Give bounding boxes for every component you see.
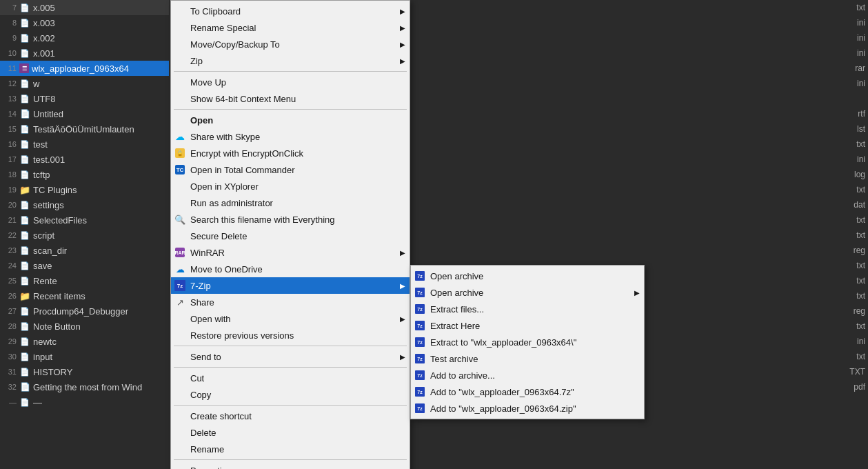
submenu-item[interactable]: 7zAdd to "wlx_apploader_0963x64.zip" [411,400,644,417]
file-row[interactable]: 9📄x.002 [0,30,169,46]
menu-item[interactable]: Restore previous versions [171,327,410,343]
file-row[interactable]: 10📄x.001 [0,46,169,61]
row-number: 27 [3,307,17,315]
7zip-submenu-icon: 7z [414,286,426,299]
menu-item-label: Open [190,115,404,126]
file-icon: 📄 [19,214,30,226]
menu-item[interactable]: TCOpen in Total Commander [171,161,410,178]
file-row[interactable]: 32📄Getting the most from Wind [0,379,169,395]
file-name: SelectedFiles [33,215,166,226]
row-number: 10 [3,49,17,57]
submenu-item[interactable]: 7zAdd to archive... [411,367,644,383]
menu-item-label: Zip [190,56,404,66]
file-row[interactable]: 7📄x.005 [0,0,169,15]
file-icon: 📄 [19,93,30,104]
file-row[interactable]: 24📄save [0,258,169,273]
menu-item[interactable]: 7z7-Zip [171,277,410,294]
file-row[interactable]: 20📄settings [0,197,169,212]
file-extension: lst [857,121,865,137]
menu-item[interactable]: Rename Special [171,19,410,36]
menu-item[interactable]: Secure Delete [171,228,410,244]
menu-item[interactable]: ☁Move to OneDrive [171,261,410,277]
file-row[interactable]: 18📄tcftp [0,167,169,182]
menu-item[interactable]: Open in XYplorer [171,178,410,194]
submenu-item[interactable]: 7zOpen archive [411,268,644,284]
file-row[interactable]: 8📄x.003 [0,15,169,30]
submenu-item[interactable]: 7zAdd to "wlx_apploader_0963x64.7z" [411,383,644,400]
file-icon: 📄 [19,48,30,59]
file-row[interactable]: 16📄test [0,137,169,152]
file-extension: txt [856,228,865,243]
menu-item-label: Open in XYplorer [190,181,404,192]
file-row[interactable]: 17📄test.001 [0,152,169,167]
menu-item[interactable]: Run as administrator [171,194,410,211]
file-row[interactable]: 23📄scan_dir [0,243,169,258]
menu-item[interactable]: Show 64-bit Context Menu [171,90,410,107]
submenu-item[interactable]: 7zExtract to "wlx_apploader_0963x64\" [411,334,644,350]
menu-separator [174,367,407,368]
menu-item[interactable]: Cut [171,370,410,386]
file-row[interactable]: 12📄w [0,76,169,91]
file-extension: txt [856,349,865,364]
file-extension: dat [854,197,865,212]
submenu-item[interactable]: 7zExtract files... [411,301,644,317]
file-row[interactable]: 25📄Rente [0,273,169,288]
menu-item[interactable]: Move/Copy/Backup To [171,36,410,52]
menu-item[interactable]: Open with [171,310,410,327]
file-extension: txt [856,137,865,152]
menu-item[interactable]: Rename [171,441,410,457]
menu-item[interactable]: ☁Share with Skype [171,128,410,145]
menu-item-label: Open in Total Commander [190,165,404,175]
submenu-item-label: Extract Here [430,321,480,331]
submenu-item[interactable]: 7zExtract Here [411,317,644,334]
file-row[interactable]: 26📁Recent items [0,288,169,303]
submenu-item-label: Add to archive... [430,370,495,381]
file-row[interactable]: 28📄Note Button [0,319,169,334]
file-row[interactable]: 29📄newtc [0,334,169,349]
menu-item[interactable]: Delete [171,424,410,441]
menu-item[interactable]: Move Up [171,74,410,90]
menu-item[interactable]: Copy [171,386,410,403]
menu-item[interactable]: RARWinRAR [171,244,410,261]
menu-item[interactable]: Properties [171,462,410,469]
7zip-icon: 7z [174,279,186,292]
file-row[interactable]: 11☰wlx_apploader_0963x64 [0,61,169,76]
submenu-7zip[interactable]: 7zOpen archive7zOpen archive7zExtract fi… [410,265,645,419]
file-name: input [33,352,166,362]
menu-item[interactable]: To Clipboard [171,3,410,19]
menu-item[interactable]: Zip [171,52,410,69]
menu-item[interactable]: 🔒Encrypt with EncryptOnClick [171,145,410,161]
file-row[interactable]: 22📄script [0,228,169,243]
file-extension: ini [857,334,865,349]
file-row[interactable]: 15📄TestäÄöÖüÜmitUmlauten [0,121,169,137]
submenu-item[interactable]: 7zTest archive [411,350,644,367]
file-extension: txt [856,212,865,228]
menu-item[interactable]: Open [171,112,410,128]
file-row[interactable]: —📄— [0,395,169,410]
file-row[interactable]: 27📄Procdump64_Debugger [0,303,169,319]
menu-item[interactable]: ↗Share [171,294,410,310]
row-number: 19 [3,186,17,194]
row-number: 12 [3,79,17,88]
file-row[interactable]: 21📄SelectedFiles [0,212,169,228]
file-row[interactable]: 30📄input [0,349,169,364]
file-row[interactable]: 19📁TC Plugins [0,182,169,197]
file-row[interactable]: 13📄UTF8 [0,91,169,106]
file-icon: 📄 [19,336,30,347]
menu-item-label: Send to [190,352,404,362]
menu-item-label: Share with Skype [190,132,404,142]
file-row[interactable]: 14📄Untitled [0,106,169,121]
file-row[interactable]: 31📄HISTORY [0,364,169,379]
file-icon: 📄 [19,230,30,241]
menu-item[interactable]: 🔍Search this filename with Everything [171,211,410,228]
file-name: settings [33,200,166,210]
row-number: 31 [3,368,17,376]
file-icon: 📄 [19,154,30,165]
menu-item-label: Run as administrator [190,198,404,208]
file-extension: reg [854,303,865,319]
submenu-item[interactable]: 7zOpen archive [411,284,644,301]
menu-item[interactable]: Send to [171,348,410,365]
menu-item[interactable]: Create shortcut [171,408,410,424]
context-menu[interactable]: To ClipboardRename SpecialMove/Copy/Back… [170,0,410,469]
menu-separator [174,346,407,346]
